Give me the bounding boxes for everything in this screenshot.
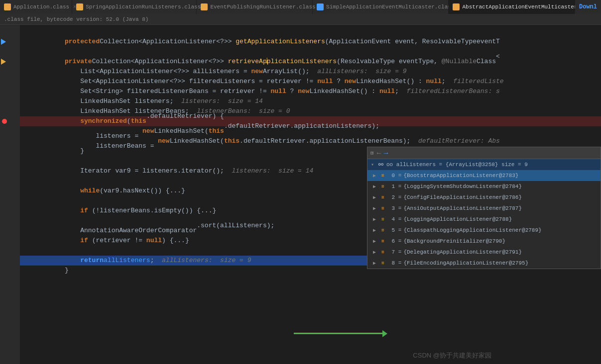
watermark: CSDN @协于共建美好家园 xyxy=(413,351,491,360)
expand-toggle[interactable]: ▶ xyxy=(371,194,377,200)
gutter-line xyxy=(0,166,20,176)
gutter-line xyxy=(0,67,20,77)
gutter-line xyxy=(0,47,20,57)
object-icon: ≡ xyxy=(379,172,386,179)
expand-toggle[interactable]: ▶ xyxy=(371,227,377,233)
item-label: 6 = xyxy=(388,238,401,244)
debug-item-4[interactable]: ▶ ≡ 4 = {LoggingApplicationListener@2788… xyxy=(367,214,601,225)
debug-root-item[interactable]: ▾ oo oo allListeners = {ArrayList@3258} … xyxy=(367,159,601,170)
item-label: 7 = xyxy=(388,249,401,255)
code-line-3: private Collection<ApplicationListener<?… xyxy=(20,57,601,67)
gutter-line xyxy=(0,156,20,166)
object-icon: ≡ xyxy=(379,216,386,223)
item-value: {ClasspathLoggingApplicationListener@278… xyxy=(403,227,541,233)
expand-toggle[interactable]: ▶ xyxy=(371,183,377,189)
debug-item-2[interactable]: ▶ ≡ 2 = {ConfigFileApplicationListener@2… xyxy=(367,192,601,203)
item-label: 2 = xyxy=(388,194,401,200)
object-icon: ≡ xyxy=(379,194,386,201)
gutter-line xyxy=(0,176,20,186)
expand-toggle[interactable]: ▶ xyxy=(371,216,377,222)
tab-abstract-multicaster[interactable]: AbstractApplicationEventMulticaster.clas… xyxy=(449,0,591,14)
code-line-7: LinkedHashSet listeners; listeners: size… xyxy=(20,96,601,106)
expand-toggle[interactable]: ▶ xyxy=(371,260,377,266)
gutter-line xyxy=(0,87,20,96)
variable-icon: oo xyxy=(377,161,384,168)
debug-item-6[interactable]: ▶ ≡ 6 = {BackgroundPreinitializer@2790} xyxy=(367,236,601,247)
info-bar: .class file, bytecode version: 52.0 (Jav… xyxy=(0,14,601,25)
item-label: 3 = xyxy=(388,205,401,211)
debug-item-8[interactable]: ▶ ≡ 8 = {FileEncodingApplicationListener… xyxy=(367,258,601,269)
gutter-line-return xyxy=(0,256,20,266)
yellow-arrow-annotation: ↓ xyxy=(264,55,270,66)
expand-toggle[interactable]: ▶ xyxy=(371,205,377,211)
debug-item-5[interactable]: ▶ ≡ 5 = {ClasspathLoggingApplicationList… xyxy=(367,225,601,236)
code-line-1: protected Collection<ApplicationListener… xyxy=(20,37,601,47)
gutter-line xyxy=(0,96,20,106)
expand-toggle[interactable]: ▶ xyxy=(371,173,377,179)
code-line-5: Set<ApplicationListener<?>> filteredList… xyxy=(20,77,601,87)
breakpoint-dot xyxy=(2,119,7,124)
gutter-line xyxy=(0,206,20,216)
gutter-line xyxy=(0,236,20,246)
object-icon: ≡ xyxy=(379,249,386,256)
debug-item-3[interactable]: ▶ ≡ 3 = {AnsiOutputApplicationListener@2… xyxy=(367,203,601,214)
code-line-8: LinkedHashSet listenerBeans; listenerBea… xyxy=(20,106,601,116)
forward-button[interactable]: → xyxy=(384,149,388,157)
debug-item-7[interactable]: ▶ ≡ 7 = {DelegatingApplicationListener@2… xyxy=(367,247,601,258)
tab-icon xyxy=(76,3,83,10)
tab-icon xyxy=(453,3,460,10)
item-value: {BootstrapApplicationListener@2783} xyxy=(403,173,518,179)
object-icon: ≡ xyxy=(379,183,386,190)
root-item-label: oo allListeners = {ArrayList@3258} size … xyxy=(386,162,528,168)
gutter-line xyxy=(0,106,20,116)
tab-icon xyxy=(317,3,324,10)
object-icon: ≡ xyxy=(379,260,386,267)
gutter-line xyxy=(0,226,20,236)
item-label: 0 = xyxy=(388,173,401,179)
editor-container: ↓ protected Collection<ApplicationListen… xyxy=(0,25,601,364)
code-editor[interactable]: ↓ protected Collection<ApplicationListen… xyxy=(20,25,601,364)
code-line-11: listenerBeans = new LinkedHashSet(this.d… xyxy=(20,136,601,146)
grid-icon: ⊞ xyxy=(370,150,374,156)
tab-label: SpringApplicationRunListeners.class xyxy=(86,4,201,10)
item-label: 8 = xyxy=(388,260,401,266)
item-value: {DelegatingApplicationListener@2791} xyxy=(403,249,522,255)
gutter-line xyxy=(0,57,20,67)
debug-item-1[interactable]: ▶ ≡ 1 = {LoggingSystemShutdownListener@2… xyxy=(367,181,601,192)
tab-label: SimpleApplicationEventMulticaster.class xyxy=(326,4,454,10)
line-gutter xyxy=(0,25,20,364)
object-icon: ≡ xyxy=(379,205,386,212)
item-label: 1 = xyxy=(388,183,401,189)
download-bar[interactable]: Downl xyxy=(575,0,601,14)
gutter-line xyxy=(0,126,20,136)
tab-event-publishing[interactable]: EventPublishingRunListener.class × xyxy=(197,0,313,14)
tab-application[interactable]: Application.class × xyxy=(0,0,72,14)
gutter-line xyxy=(0,196,20,206)
current-line-marker xyxy=(1,39,6,45)
gutter-line-1 xyxy=(0,37,20,47)
tab-spring-run-listeners[interactable]: SpringApplicationRunListeners.class × xyxy=(72,0,197,14)
item-value: {AnsiOutputApplicationListener@2787} xyxy=(403,205,522,211)
gutter-line xyxy=(0,216,20,226)
expand-toggle[interactable]: ▶ xyxy=(371,249,377,255)
debug-item-0[interactable]: ▶ ≡ 0 = {BootstrapApplicationListener@27… xyxy=(367,170,601,181)
step-marker xyxy=(1,59,6,65)
debug-panel: ⊞ ← → ▾ oo oo allListeners = {ArrayList@… xyxy=(367,147,601,269)
tab-simple-multicaster[interactable]: SimpleApplicationEventMulticaster.class … xyxy=(313,0,449,14)
item-label: 4 = xyxy=(388,216,401,222)
expand-toggle[interactable]: ▾ xyxy=(369,162,375,168)
item-value: {FileEncodingApplicationListener@2795} xyxy=(403,260,528,266)
object-icon: ≡ xyxy=(379,227,386,234)
tab-icon xyxy=(201,3,208,10)
item-value: {LoggingApplicationListener@2788} xyxy=(403,216,512,222)
object-icon: ≡ xyxy=(379,238,386,245)
expand-toggle[interactable]: ▶ xyxy=(371,238,377,244)
green-arrow-annotation xyxy=(294,333,383,334)
back-button[interactable]: ← xyxy=(377,149,381,157)
item-value: {ConfigFileApplicationListener@2786} xyxy=(403,194,522,200)
debug-panel-header: ⊞ ← → xyxy=(367,147,601,159)
code-line-6: Set<String> filteredListenerBeans = retr… xyxy=(20,87,601,96)
tab-label: Application.class xyxy=(13,4,69,10)
item-value: {BackgroundPreinitializer@2790} xyxy=(403,238,505,244)
tab-bar: Application.class × SpringApplicationRun… xyxy=(0,0,601,14)
